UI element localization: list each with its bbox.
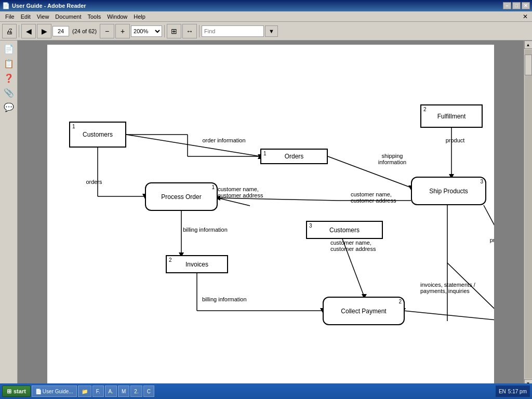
customers-3-num: 3 (309, 223, 312, 229)
label-orders: orders (78, 179, 110, 185)
process-order-box: 1 Process Order (145, 182, 218, 211)
find-button[interactable]: ▼ (265, 25, 278, 37)
process-order-num: 1 (211, 184, 215, 190)
minimize-button[interactable]: − (503, 2, 511, 9)
close-x-button[interactable]: ✕ (521, 13, 530, 20)
label-product-1: product (440, 137, 471, 143)
label-cust-name-addr-3: customer name,customer address (330, 240, 398, 252)
menu-view[interactable]: View (34, 12, 52, 21)
orders-box: 1 Orders (260, 149, 328, 164)
page-count: (24 of 62) (70, 28, 99, 34)
menu-help[interactable]: Help (130, 12, 149, 21)
label-order-info: order information (188, 137, 260, 143)
taskbar-item-5[interactable]: M (118, 385, 129, 397)
label-billing-1: billing information (174, 227, 236, 233)
start-button[interactable]: ⊞ start (2, 385, 31, 397)
taskbar-adobe-label: User Guide... (43, 389, 73, 394)
menu-tools[interactable]: Tools (85, 12, 104, 21)
taskbar-item-3[interactable]: F. (92, 385, 104, 397)
app-icon: 📄 (2, 2, 10, 9)
sidebar-help-icon[interactable]: ❓ (3, 72, 15, 84)
collect-payment-box: 2 Collect Payment (323, 297, 405, 325)
zoom-out-button[interactable]: − (100, 24, 114, 38)
start-label: start (14, 388, 26, 394)
orders-label: Orders (285, 153, 304, 160)
taskbar-adobe-icon: 📄 (35, 389, 42, 394)
fit-page-button[interactable]: ⊞ (167, 24, 181, 38)
ship-products-label: Ship Products (429, 188, 468, 195)
sidebar-page-icon[interactable]: 📄 (3, 43, 15, 55)
scroll-thumb[interactable] (525, 55, 532, 75)
menu-file[interactable]: File (2, 12, 18, 21)
fulfillment-label: Fulfillment (437, 113, 466, 120)
nav-back-button[interactable]: ◀ (21, 24, 36, 38)
invoices-label: Invoices (185, 261, 208, 268)
svg-line-26 (403, 311, 494, 321)
separator-1 (19, 25, 19, 37)
sidebar: 📄 📋 ❓ 📎 💬 (0, 41, 18, 388)
clock: 5:17 pm (508, 389, 527, 394)
customers-box-1: 1 Customers (69, 122, 126, 148)
separator-3 (199, 25, 200, 37)
collect-payment-label: Collect Payment (341, 308, 386, 315)
zoom-in-button[interactable]: + (115, 24, 130, 38)
taskbar-adobe[interactable]: 📄 User Guide... (32, 385, 77, 397)
taskbar: ⊞ start 📄 User Guide... 📁 F. A. M 2. C E… (0, 383, 532, 399)
sidebar-bookmark-icon[interactable]: 📋 (3, 57, 15, 70)
fit-width-button[interactable]: ↔ (182, 24, 197, 38)
diagram-svg (47, 45, 494, 388)
label-shipping-info: shippinginformation (366, 153, 418, 165)
scroll-up-button[interactable]: ▲ (524, 41, 533, 49)
toolbar: 🖨 ◀ ▶ (24 of 62) − + 200% 150% 100% 75% … (0, 22, 532, 41)
document-page: 1 Customers 1 Orders 2 Fulfillment 1 Pro… (47, 45, 494, 388)
invoices-box: 2 Invoices (166, 255, 228, 273)
customers-3-label: Customers (329, 227, 360, 234)
find-input[interactable] (202, 25, 264, 37)
customers-1-label: Customers (83, 131, 113, 138)
orders-num: 1 (263, 151, 267, 156)
lang-indicator[interactable]: EN (499, 389, 506, 394)
window-controls: − □ ✕ (503, 2, 530, 9)
taskbar-right: EN 5:17 pm (496, 385, 530, 397)
zoom-select[interactable]: 200% 150% 100% 75% (131, 25, 162, 37)
taskbar-item-7[interactable]: C (143, 385, 154, 397)
fulfillment-box: 2 Fulfillment (420, 104, 483, 128)
menu-bar: File Edit View Document Tools Window Hel… (0, 11, 532, 22)
ship-products-box: 3 Ship Products (411, 177, 486, 205)
menu-edit[interactable]: Edit (18, 12, 34, 21)
separator-2 (164, 25, 165, 37)
scroll-track[interactable] (525, 49, 532, 379)
main-area: 📄 📋 ❓ 📎 💬 (0, 41, 532, 388)
print-button[interactable]: 🖨 (2, 24, 17, 38)
menu-document[interactable]: Document (52, 12, 84, 21)
system-tray: EN 5:17 pm (496, 385, 530, 397)
customers-box-3: 3 Customers (306, 221, 383, 239)
close-button[interactable]: ✕ (522, 2, 530, 9)
label-invoices-stmt: invoices, statements /payments, inquirie… (420, 282, 494, 294)
document-area: 1 Customers 1 Orders 2 Fulfillment 1 Pro… (18, 41, 524, 388)
collect-payment-num: 2 (398, 299, 402, 304)
label-cust-name-addr-2: customer name,customer address (351, 191, 418, 204)
sidebar-attach-icon[interactable]: 📎 (3, 86, 15, 99)
vertical-scrollbar[interactable]: ▲ ▼ (524, 41, 532, 388)
label-cust-name-addr-1: customer name,customer address (218, 186, 280, 198)
maximize-button[interactable]: □ (512, 2, 521, 9)
window-title: User Guide - Adobe Reader (12, 3, 503, 9)
fulfillment-num: 2 (423, 107, 427, 112)
page-number-input[interactable] (52, 26, 69, 36)
svg-line-13 (218, 198, 250, 206)
invoices-num: 2 (169, 257, 172, 263)
nav-forward-button[interactable]: ▶ (37, 24, 51, 38)
taskbar-item-4[interactable]: A. (105, 385, 117, 397)
ship-products-num: 3 (480, 179, 483, 184)
taskbar-item-2[interactable]: 📁 (78, 385, 91, 397)
label-billing-2: billing information (202, 296, 270, 302)
customers-1-num: 1 (72, 124, 75, 129)
process-order-label: Process Order (161, 193, 201, 201)
sidebar-comment-icon[interactable]: 💬 (3, 101, 15, 113)
menu-window[interactable]: Window (104, 12, 130, 21)
start-icon: ⊞ (7, 388, 11, 395)
taskbar-item-6[interactable]: 2. (130, 385, 142, 397)
label-product-2: product (484, 237, 494, 243)
title-bar: 📄 User Guide - Adobe Reader − □ ✕ (0, 0, 532, 11)
